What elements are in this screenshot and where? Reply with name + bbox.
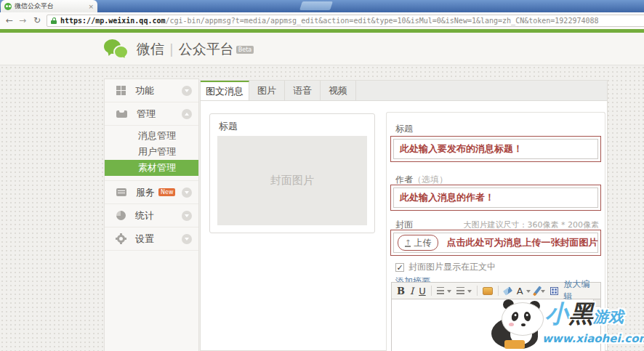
tab-video[interactable]: 视频 (321, 81, 356, 100)
chevron-up-icon[interactable] (182, 109, 192, 119)
sidebar-label-management: 管理 (137, 108, 156, 121)
gear-icon (116, 234, 126, 243)
sidebar-item-user-management[interactable]: 用户管理 (105, 144, 198, 160)
browser-tab-strip: 微信公众平台 × (0, 0, 644, 12)
checkbox-checked[interactable]: ✓ (395, 263, 404, 272)
italic-button[interactable]: I (410, 286, 414, 296)
browser-toolbar: ← → ↻ https://mp.weixin.qq.com /cgi-bin/… (0, 12, 644, 30)
author-input[interactable]: 此处输入消息的作者！ (393, 187, 598, 208)
url-path: /cgi-bin/appmsg?t=media/appmsg_edit&acti… (166, 17, 599, 25)
ordered-list-icon[interactable] (437, 287, 445, 294)
chevron-down-icon[interactable] (182, 234, 192, 244)
pie-chart-icon (116, 211, 126, 220)
tab-voice[interactable]: 语音 (285, 81, 321, 100)
beta-badge: Beta (236, 46, 254, 54)
wechat-logo-icon (104, 39, 130, 60)
chevron-down-icon[interactable] (182, 211, 192, 221)
wechat-favicon-icon (4, 3, 12, 10)
title-field-label: 标题 (395, 123, 413, 135)
brand-platform: 公众平台 (179, 40, 234, 59)
upload-button[interactable]: ↑ 上传 (398, 235, 438, 251)
ssl-lock-icon[interactable] (51, 17, 57, 25)
watermark-title: 小黑游戏 (545, 298, 624, 331)
author-annotation-box: 此处输入消息的作者！ (390, 185, 601, 211)
bullet-list-icon[interactable] (456, 287, 464, 294)
chevron-down-icon[interactable] (467, 290, 472, 295)
browser-window: 微信公众平台 × ← → ↻ https://mp.weixin.qq.com … (0, 0, 644, 351)
preview-title-label: 标题 (219, 120, 238, 133)
watermark-word-3: 游戏 (593, 308, 624, 326)
cover-upload-row: ↑ 上传 点击此处可为消息上传一张封面图片 (393, 233, 598, 253)
sidebar-item-service[interactable]: 服务 New (105, 181, 198, 204)
grid-icon (116, 86, 126, 95)
chevron-down-icon[interactable] (182, 187, 192, 198)
title-annotation-box: 此处输入要发布的消息标题！ (390, 136, 601, 162)
title-input[interactable]: 此处输入要发布的消息标题！ (393, 139, 598, 159)
show-cover-checkbox-label: 封面图片显示在正文中 (408, 261, 496, 273)
sidebar-item-message-management[interactable]: 消息管理 (105, 128, 198, 144)
sidebar-label-service: 服务 (136, 186, 155, 199)
upload-button-label: 上传 (414, 237, 431, 249)
upload-icon: ↑ (405, 239, 411, 247)
tab-close-icon[interactable]: × (88, 3, 94, 10)
new-tab-button[interactable] (299, 1, 333, 10)
forward-button[interactable]: → (19, 15, 26, 26)
address-bar[interactable]: https://mp.weixin.qq.com /cgi-bin/appmsg… (47, 15, 644, 27)
sidebar-item-management[interactable]: 管理 (105, 102, 198, 126)
panda-mascot (491, 299, 550, 350)
tab-image[interactable]: 图片 (249, 81, 285, 100)
sidebar-item-functions[interactable]: 功能 (105, 79, 198, 102)
chevron-down-icon[interactable] (447, 290, 451, 295)
sidebar-label-statistics: 统计 (135, 209, 154, 222)
upload-annotation-text: 点击此处可为消息上传一张封面图片 (446, 236, 597, 249)
author-optional-label: （选填） (413, 174, 448, 185)
back-button[interactable]: ← (6, 15, 13, 26)
site-header: 微信 | 公众平台 Beta 订阅号 智慧健康 ✉ 退出 (0, 33, 644, 65)
author-annotation-text: 此处输入消息的作者！ (400, 191, 494, 204)
brand-wechat: 微信 (137, 40, 164, 59)
watermark-word-1: 小 (545, 299, 569, 328)
wechat-brand[interactable]: 微信 | 公众平台 Beta (104, 39, 254, 60)
sidebar-item-statistics[interactable]: 统计 (105, 204, 198, 227)
sidebar-item-material-management[interactable]: 素材管理 (105, 160, 198, 176)
cover-annotation-box: ↑ 上传 点击此处可为消息上传一张封面图片 (390, 230, 601, 256)
bold-button[interactable]: B (397, 286, 405, 296)
sidebar-label-settings: 设置 (135, 233, 154, 246)
inbox-icon (116, 110, 127, 118)
title-annotation-text: 此处输入要发布的消息标题！ (400, 142, 523, 156)
new-badge: New (158, 188, 175, 196)
url-host: https://mp.weixin.qq.com (60, 17, 166, 25)
material-tabbar: 图文消息 图片 语音 视频 (201, 81, 607, 101)
sidebar-label-functions: 功能 (135, 84, 154, 97)
tab-rich-media[interactable]: 图文消息 (201, 81, 249, 100)
sidebar-menu: 功能 管理 消息管理 用户管理 素材管理 服务 New 统计 (104, 78, 199, 351)
toolbar-separator (431, 286, 432, 296)
toolbar-separator (477, 286, 478, 296)
management-submenu: 消息管理 用户管理 素材管理 (105, 126, 198, 181)
cover-size-hint: 大图片建议尺寸：360像素 * 200像素 (464, 219, 599, 230)
reload-button[interactable]: ↻ (33, 15, 41, 26)
watermark-url: www.xiaohei.com (542, 332, 644, 345)
article-preview-card: 标题 封面图片 (209, 113, 375, 233)
printer-icon (116, 188, 126, 196)
chevron-down-icon[interactable] (182, 86, 192, 96)
show-cover-checkbox-row: ✓ 封面图片显示在正文中 (395, 261, 496, 273)
brand-divider: | (169, 42, 174, 57)
underline-button[interactable]: U (419, 286, 426, 296)
site-watermark: 小黑游戏 www.xiaohei.com (491, 294, 644, 351)
watermark-word-2: 黑 (569, 299, 593, 328)
cover-image-placeholder: 封面图片 (217, 136, 367, 225)
tab-title: 微信公众平台 (15, 1, 86, 11)
browser-tab[interactable]: 微信公众平台 × (1, 0, 97, 12)
sidebar-item-settings[interactable]: 设置 (105, 227, 198, 251)
